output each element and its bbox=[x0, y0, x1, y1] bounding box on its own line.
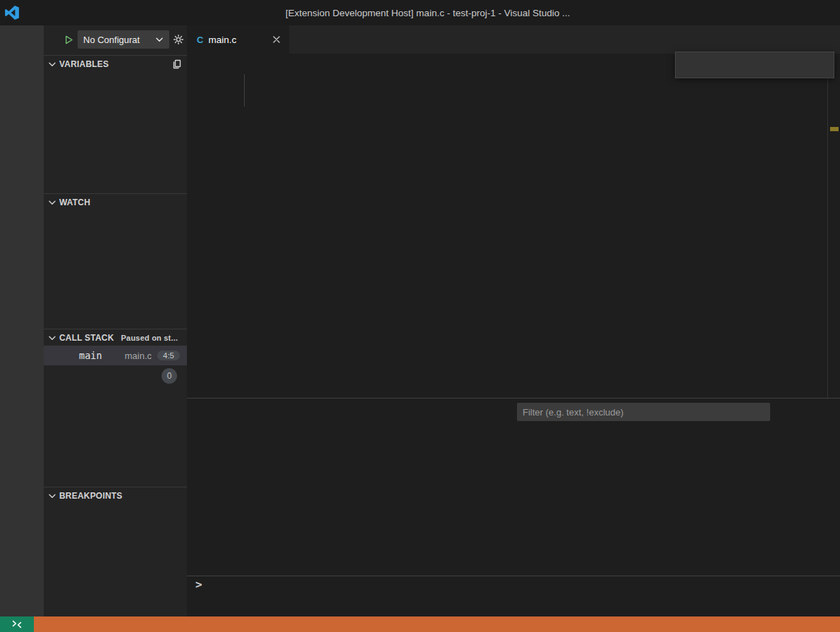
window-title: [Extension Development Host] main.c - te… bbox=[24, 8, 832, 18]
debug-launch-toolbar: No Configurat bbox=[44, 25, 187, 54]
breakpoints-header[interactable]: BREAKPOINTS bbox=[44, 487, 187, 504]
start-debugging-icon[interactable] bbox=[63, 35, 74, 45]
vscode-window: [Extension Development Host] main.c - te… bbox=[0, 0, 840, 632]
code-editor[interactable] bbox=[187, 73, 840, 423]
chevron-down-icon bbox=[154, 34, 165, 45]
remote-indicator[interactable] bbox=[0, 616, 34, 632]
call-stack-header[interactable]: CALL STACK Paused on st... bbox=[44, 329, 187, 346]
stack-frame-file: main.c bbox=[125, 351, 152, 361]
console-prompt: > bbox=[195, 578, 202, 591]
call-stack-status: Paused on st... bbox=[121, 334, 178, 342]
variables-title: VARIABLES bbox=[59, 59, 109, 69]
debug-config-label: No Configurat bbox=[83, 35, 154, 45]
editor-tab-bar: C main.c bbox=[187, 25, 840, 54]
watch-section: WATCH bbox=[44, 193, 187, 210]
title-bar: [Extension Development Host] main.c - te… bbox=[0, 0, 840, 25]
stack-frame-name: main bbox=[79, 350, 102, 361]
call-stack-title: CALL STACK bbox=[59, 333, 114, 343]
bottom-panel: > bbox=[187, 398, 840, 616]
c-language-icon: C bbox=[197, 35, 203, 45]
variables-section: VARIABLES bbox=[44, 55, 187, 72]
watch-title: WATCH bbox=[59, 198, 90, 207]
tab-main-c[interactable]: C main.c bbox=[187, 25, 289, 54]
variables-header[interactable]: VARIABLES bbox=[44, 55, 187, 72]
console-filter-input[interactable] bbox=[517, 403, 770, 421]
vscode-logo-icon bbox=[0, 5, 24, 20]
breakpoints-title: BREAKPOINTS bbox=[59, 491, 123, 501]
chevron-down-icon bbox=[47, 490, 58, 502]
remote-connect-icon bbox=[11, 619, 23, 630]
chevron-down-icon bbox=[47, 59, 58, 70]
stack-frame-position-badge: 4:5 bbox=[157, 351, 180, 360]
call-stack-badge-row: 0 bbox=[44, 365, 187, 382]
overview-ruler-marker bbox=[830, 127, 839, 131]
tab-label: main.c bbox=[208, 35, 236, 45]
chevron-down-icon bbox=[47, 332, 58, 344]
editor-actions bbox=[830, 25, 840, 54]
watch-header[interactable]: WATCH bbox=[44, 193, 187, 210]
close-tab-icon[interactable] bbox=[271, 34, 282, 45]
indent-guide bbox=[244, 74, 245, 107]
stack-frame-row[interactable]: main main.c 4:5 bbox=[44, 346, 187, 365]
debug-sidebar: No Configurat VARIABLES WATCH CAL bbox=[44, 25, 187, 616]
call-stack-section: CALL STACK Paused on st... main main.c 4… bbox=[44, 329, 187, 382]
debug-toolbar bbox=[675, 51, 834, 78]
chevron-down-icon bbox=[47, 197, 58, 208]
activity-bar bbox=[0, 25, 44, 616]
breakpoints-section: BREAKPOINTS bbox=[44, 487, 187, 504]
overview-ruler bbox=[827, 68, 828, 418]
open-launch-json-gear-icon[interactable] bbox=[173, 34, 184, 45]
copy-value-icon[interactable] bbox=[171, 59, 183, 70]
debug-console-input-row[interactable]: > bbox=[187, 576, 840, 592]
debug-config-dropdown[interactable]: No Configurat bbox=[78, 30, 169, 49]
call-stack-count-badge: 0 bbox=[162, 368, 177, 384]
status-bar bbox=[0, 616, 840, 632]
